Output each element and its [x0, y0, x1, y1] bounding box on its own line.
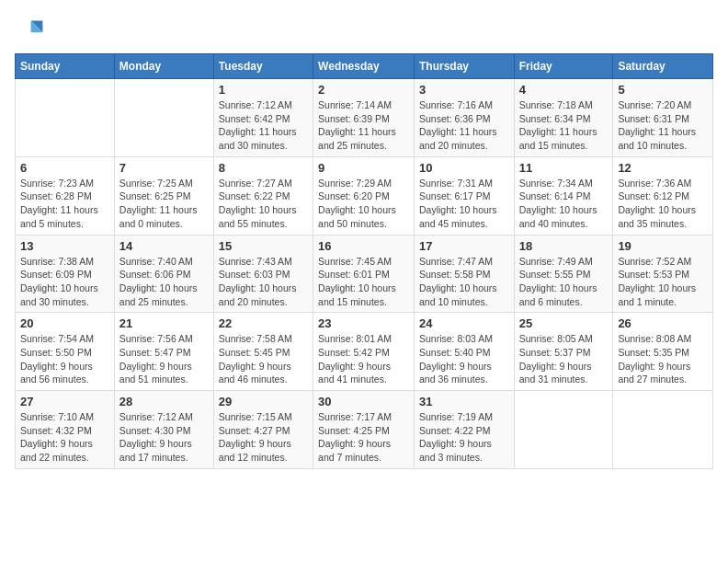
day-number: 14	[119, 239, 209, 253]
calendar-cell: 1Sunrise: 7:12 AMSunset: 6:42 PMDaylight…	[213, 79, 313, 157]
day-detail: Sunrise: 7:19 AMSunset: 4:22 PMDaylight:…	[419, 410, 509, 465]
day-detail: Sunrise: 7:14 AMSunset: 6:39 PMDaylight:…	[318, 98, 409, 153]
day-detail: Sunrise: 8:01 AMSunset: 5:42 PMDaylight:…	[318, 332, 409, 386]
day-detail: Sunrise: 7:43 AMSunset: 6:03 PMDaylight:…	[219, 255, 308, 309]
calendar-cell	[114, 79, 213, 157]
calendar-cell: 17Sunrise: 7:47 AMSunset: 5:58 PMDayligh…	[414, 235, 514, 313]
calendar-cell: 18Sunrise: 7:49 AMSunset: 5:55 PMDayligh…	[514, 235, 613, 313]
day-number: 20	[20, 316, 109, 330]
calendar-cell: 22Sunrise: 7:58 AMSunset: 5:45 PMDayligh…	[213, 313, 313, 391]
calendar-cell: 6Sunrise: 7:23 AMSunset: 6:28 PMDaylight…	[16, 156, 115, 235]
day-number: 19	[618, 239, 708, 253]
calendar-cell: 25Sunrise: 8:05 AMSunset: 5:37 PMDayligh…	[514, 313, 613, 391]
day-number: 1	[219, 83, 308, 97]
day-detail: Sunrise: 8:08 AMSunset: 5:35 PMDaylight:…	[618, 332, 708, 386]
day-number: 12	[618, 161, 708, 175]
day-detail: Sunrise: 7:36 AMSunset: 6:12 PMDaylight:…	[618, 177, 708, 231]
week-row-4: 27Sunrise: 7:10 AMSunset: 4:32 PMDayligh…	[16, 391, 713, 469]
calendar-cell: 4Sunrise: 7:18 AMSunset: 6:34 PMDaylight…	[514, 79, 613, 157]
calendar-cell: 7Sunrise: 7:25 AMSunset: 6:25 PMDaylight…	[114, 156, 213, 235]
day-number: 22	[219, 316, 308, 330]
day-detail: Sunrise: 7:40 AMSunset: 6:06 PMDaylight:…	[119, 255, 209, 309]
day-detail: Sunrise: 7:45 AMSunset: 6:01 PMDaylight:…	[318, 255, 409, 309]
calendar-cell: 28Sunrise: 7:12 AMSunset: 4:30 PMDayligh…	[114, 391, 213, 469]
calendar-cell: 26Sunrise: 8:08 AMSunset: 5:35 PMDayligh…	[613, 313, 713, 391]
calendar-cell: 13Sunrise: 7:38 AMSunset: 6:09 PMDayligh…	[16, 235, 115, 313]
day-number: 2	[318, 83, 409, 97]
day-number: 17	[419, 239, 509, 253]
calendar-cell: 29Sunrise: 7:15 AMSunset: 4:27 PMDayligh…	[213, 391, 313, 469]
day-detail: Sunrise: 8:03 AMSunset: 5:40 PMDaylight:…	[419, 332, 509, 386]
week-row-3: 20Sunrise: 7:54 AMSunset: 5:50 PMDayligh…	[16, 313, 713, 391]
day-number: 31	[419, 395, 509, 408]
day-detail: Sunrise: 7:18 AMSunset: 6:34 PMDaylight:…	[519, 98, 609, 153]
calendar-cell: 12Sunrise: 7:36 AMSunset: 6:12 PMDayligh…	[613, 156, 713, 235]
day-detail: Sunrise: 7:17 AMSunset: 4:25 PMDaylight:…	[318, 410, 409, 465]
week-row-1: 6Sunrise: 7:23 AMSunset: 6:28 PMDaylight…	[16, 156, 713, 235]
calendar-cell	[514, 391, 613, 469]
day-number: 25	[519, 316, 609, 330]
day-number: 13	[20, 239, 109, 253]
day-number: 3	[419, 83, 509, 97]
day-detail: Sunrise: 7:29 AMSunset: 6:20 PMDaylight:…	[318, 177, 409, 231]
week-row-0: 1Sunrise: 7:12 AMSunset: 6:42 PMDaylight…	[16, 79, 713, 157]
calendar-cell: 3Sunrise: 7:16 AMSunset: 6:36 PMDaylight…	[414, 79, 514, 157]
day-number: 8	[219, 161, 308, 175]
calendar-cell: 30Sunrise: 7:17 AMSunset: 4:25 PMDayligh…	[313, 391, 415, 469]
header-monday: Monday	[114, 54, 213, 79]
header-wednesday: Wednesday	[313, 54, 415, 79]
calendar-cell	[613, 391, 713, 469]
calendar-cell	[16, 79, 115, 157]
day-number: 29	[219, 395, 308, 408]
calendar-cell: 10Sunrise: 7:31 AMSunset: 6:17 PMDayligh…	[414, 156, 514, 235]
day-number: 16	[318, 239, 409, 253]
calendar-cell: 8Sunrise: 7:27 AMSunset: 6:22 PMDaylight…	[213, 156, 313, 235]
day-number: 6	[20, 161, 109, 175]
calendar-cell: 31Sunrise: 7:19 AMSunset: 4:22 PMDayligh…	[414, 391, 514, 469]
calendar-cell: 14Sunrise: 7:40 AMSunset: 6:06 PMDayligh…	[114, 235, 213, 313]
day-number: 15	[219, 239, 308, 253]
day-number: 9	[318, 161, 409, 175]
calendar-cell: 23Sunrise: 8:01 AMSunset: 5:42 PMDayligh…	[313, 313, 415, 391]
day-detail: Sunrise: 7:16 AMSunset: 6:36 PMDaylight:…	[419, 98, 509, 153]
day-detail: Sunrise: 8:05 AMSunset: 5:37 PMDaylight:…	[519, 332, 609, 386]
day-detail: Sunrise: 7:34 AMSunset: 6:14 PMDaylight:…	[519, 177, 609, 231]
calendar-cell: 5Sunrise: 7:20 AMSunset: 6:31 PMDaylight…	[613, 79, 713, 157]
calendar-cell: 11Sunrise: 7:34 AMSunset: 6:14 PMDayligh…	[514, 156, 613, 235]
logo-icon	[15, 15, 44, 44]
header-friday: Friday	[514, 54, 613, 79]
day-detail: Sunrise: 7:38 AMSunset: 6:09 PMDaylight:…	[20, 255, 109, 309]
calendar-table: SundayMondayTuesdayWednesdayThursdayFrid…	[15, 53, 713, 469]
calendar-cell: 27Sunrise: 7:10 AMSunset: 4:32 PMDayligh…	[16, 391, 115, 469]
day-number: 18	[519, 239, 609, 253]
header-row: SundayMondayTuesdayWednesdayThursdayFrid…	[16, 54, 713, 79]
day-number: 21	[119, 316, 209, 330]
day-detail: Sunrise: 7:15 AMSunset: 4:27 PMDaylight:…	[219, 410, 308, 465]
day-number: 5	[618, 83, 708, 97]
day-number: 23	[318, 316, 409, 330]
day-number: 4	[519, 83, 609, 97]
day-detail: Sunrise: 7:27 AMSunset: 6:22 PMDaylight:…	[219, 177, 308, 231]
week-row-2: 13Sunrise: 7:38 AMSunset: 6:09 PMDayligh…	[16, 235, 713, 313]
day-number: 26	[618, 316, 708, 330]
calendar-cell: 21Sunrise: 7:56 AMSunset: 5:47 PMDayligh…	[114, 313, 213, 391]
day-detail: Sunrise: 7:10 AMSunset: 4:32 PMDaylight:…	[20, 410, 109, 465]
calendar-cell: 2Sunrise: 7:14 AMSunset: 6:39 PMDaylight…	[313, 79, 415, 157]
day-detail: Sunrise: 7:23 AMSunset: 6:28 PMDaylight:…	[20, 177, 109, 231]
day-detail: Sunrise: 7:52 AMSunset: 5:53 PMDaylight:…	[618, 255, 708, 309]
calendar-cell: 20Sunrise: 7:54 AMSunset: 5:50 PMDayligh…	[16, 313, 115, 391]
header-tuesday: Tuesday	[213, 54, 313, 79]
day-number: 7	[119, 161, 209, 175]
day-detail: Sunrise: 7:47 AMSunset: 5:58 PMDaylight:…	[419, 255, 509, 309]
day-detail: Sunrise: 7:54 AMSunset: 5:50 PMDaylight:…	[20, 332, 109, 386]
day-number: 28	[119, 395, 209, 408]
day-number: 10	[419, 161, 509, 175]
day-number: 11	[519, 161, 609, 175]
calendar-cell: 15Sunrise: 7:43 AMSunset: 6:03 PMDayligh…	[213, 235, 313, 313]
day-detail: Sunrise: 7:49 AMSunset: 5:55 PMDaylight:…	[519, 255, 609, 309]
day-detail: Sunrise: 7:20 AMSunset: 6:31 PMDaylight:…	[618, 98, 708, 153]
day-number: 24	[419, 316, 509, 330]
calendar-cell: 19Sunrise: 7:52 AMSunset: 5:53 PMDayligh…	[613, 235, 713, 313]
header-sunday: Sunday	[16, 54, 115, 79]
day-number: 27	[20, 395, 109, 408]
